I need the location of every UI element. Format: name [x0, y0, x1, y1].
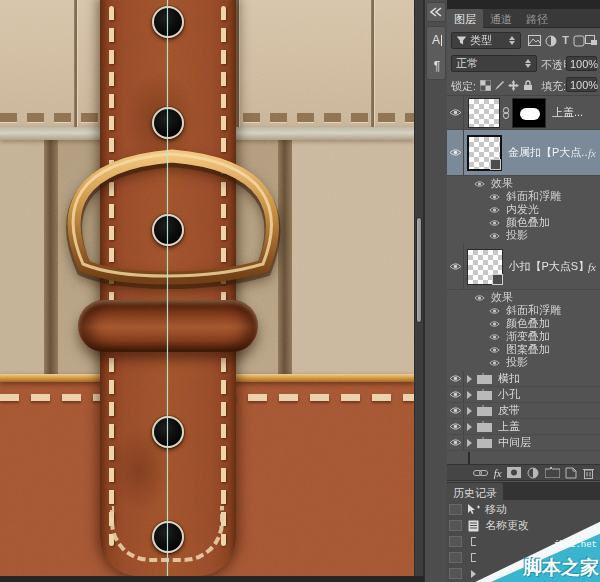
layer-thumbnail[interactable]	[468, 98, 500, 128]
visibility-eye-icon[interactable]	[447, 406, 463, 415]
layer-style-fx-icon[interactable]: fx	[494, 465, 502, 480]
group-row[interactable]: 横扣	[447, 371, 600, 387]
disclosure-triangle-icon[interactable]	[467, 375, 472, 383]
effect-eye-icon[interactable]	[489, 219, 500, 227]
lock-row: 锁定: 填充: 100%	[447, 75, 600, 96]
disclosure-arrow-icon	[465, 570, 481, 578]
history-state-box[interactable]	[449, 552, 462, 563]
panel-group-header	[447, 0, 600, 9]
panel-dock: A ¶	[424, 0, 447, 582]
pixel-layer-filter-icon[interactable]	[527, 33, 542, 48]
effect-eye-icon[interactable]	[489, 193, 500, 201]
history-state-box[interactable]	[449, 536, 462, 547]
layer-row-small-buckle[interactable]: 小扣【P大点S】 fx	[447, 244, 600, 290]
effect-eye-icon[interactable]	[489, 320, 500, 328]
history-state-box[interactable]	[449, 504, 462, 515]
effect-eye-icon[interactable]	[489, 206, 500, 214]
tab-channels[interactable]: 通道	[483, 9, 519, 28]
effect-row[interactable]: 投影	[447, 229, 600, 242]
partial-layer-row[interactable]	[447, 451, 600, 464]
filter-kind-dropdown[interactable]: 类型	[451, 32, 521, 49]
photoshop-window: A ¶ 图层 通道 路径 类型 T	[0, 0, 600, 582]
effects-eye-icon[interactable]	[474, 180, 485, 188]
fill-value[interactable]: 100%	[566, 77, 597, 92]
link-layers-icon[interactable]	[473, 465, 488, 480]
lock-pixels-brush-icon[interactable]	[492, 78, 507, 93]
group-row[interactable]: 上盖	[447, 419, 600, 435]
opacity-value[interactable]: 100%	[566, 56, 597, 71]
expand-panels-button[interactable]	[426, 2, 446, 22]
lock-all-icon[interactable]	[520, 78, 535, 93]
layer-thumbnail[interactable]	[467, 249, 503, 285]
disclosure-triangle-icon[interactable]	[467, 423, 472, 431]
effect-label: 投影	[506, 228, 528, 243]
group-name: 横扣	[498, 371, 520, 386]
smart-object-filter-icon[interactable]	[584, 33, 599, 48]
lock-label: 锁定:	[451, 79, 476, 94]
history-row[interactable]	[447, 550, 600, 565]
canvas-vertical-scrollbar[interactable]	[414, 0, 424, 576]
tab-history[interactable]: 历史记录	[447, 483, 503, 500]
visibility-eye-icon[interactable]	[447, 262, 463, 271]
visibility-eye-icon[interactable]	[447, 374, 463, 383]
disclosure-triangle-icon[interactable]	[467, 439, 472, 447]
group-row[interactable]: 皮带	[447, 403, 600, 419]
history-row-move[interactable]: 移动	[447, 502, 600, 517]
delete-layer-trash-icon[interactable]	[583, 465, 594, 480]
history-row[interactable]	[447, 534, 600, 549]
group-folder-icon	[477, 389, 492, 400]
paragraph-panel-icon[interactable]: ¶	[427, 53, 447, 79]
character-panel-icon[interactable]: A	[427, 27, 447, 53]
effect-eye-icon[interactable]	[489, 307, 500, 315]
mask-link-icon[interactable]	[502, 107, 510, 119]
blend-mode-dropdown[interactable]: 正常	[451, 55, 537, 72]
visibility-eye-icon[interactable]	[447, 108, 463, 117]
history-row-rename[interactable]: 名称更改	[447, 518, 600, 533]
history-panel: 移动 名称更改	[447, 500, 600, 582]
history-row[interactable]	[447, 566, 600, 581]
move-tool-icon	[465, 504, 481, 515]
visibility-eye-icon[interactable]	[447, 422, 463, 431]
smart-object-badge-icon	[492, 274, 503, 285]
layer-row-top-cover[interactable]: 上盖...	[447, 96, 600, 130]
layer-fx-badge[interactable]: fx	[588, 147, 596, 159]
history-entry-label: 名称更改	[485, 518, 529, 533]
new-group-icon[interactable]	[545, 465, 560, 480]
tab-paths[interactable]: 路径	[519, 9, 555, 28]
group-row[interactable]: 小孔	[447, 387, 600, 403]
visibility-eye-icon[interactable]	[447, 390, 463, 399]
disclosure-triangle-icon[interactable]	[467, 407, 472, 415]
layer-fx-badge[interactable]: fx	[588, 261, 596, 273]
collapsed-panels-group: A ¶	[426, 26, 446, 80]
window-bottom-edge	[0, 576, 414, 582]
lock-position-icon[interactable]	[506, 78, 521, 93]
effect-eye-icon[interactable]	[489, 346, 500, 354]
add-mask-icon[interactable]	[507, 465, 521, 480]
effect-row[interactable]: 投影	[447, 356, 600, 369]
lock-transparency-icon[interactable]	[478, 78, 493, 93]
dropdown-stepper-icon	[509, 36, 516, 45]
effect-eye-icon[interactable]	[489, 333, 500, 341]
document-canvas[interactable]	[0, 0, 414, 582]
visibility-eye-icon[interactable]	[447, 148, 463, 157]
effects-eye-icon[interactable]	[474, 294, 485, 302]
scrollbar-thumb[interactable]	[416, 217, 422, 323]
group-row[interactable]: 中间层	[447, 435, 600, 451]
layer-row-metal-buckle[interactable]: 金属扣【P大点... fx	[447, 130, 600, 176]
tab-layers[interactable]: 图层	[447, 9, 483, 28]
layer-thumbnail[interactable]	[467, 135, 502, 171]
history-state-box[interactable]	[449, 520, 462, 531]
selection-bracket-icon	[465, 537, 481, 546]
collapse-arrows-icon	[430, 7, 442, 17]
adjustment-layer-icon[interactable]	[527, 465, 539, 480]
layer-mask-thumbnail[interactable]	[512, 98, 546, 128]
effect-eye-icon[interactable]	[489, 359, 500, 367]
disclosure-triangle-icon[interactable]	[467, 391, 472, 399]
visibility-eye-icon[interactable]	[447, 438, 463, 447]
selection-bracket-icon	[465, 553, 481, 562]
history-state-box[interactable]	[449, 568, 462, 579]
effect-eye-icon[interactable]	[489, 232, 500, 240]
group-folder-icon	[477, 421, 492, 432]
new-layer-icon[interactable]	[565, 465, 577, 480]
adjustment-layer-filter-icon[interactable]	[543, 33, 558, 48]
